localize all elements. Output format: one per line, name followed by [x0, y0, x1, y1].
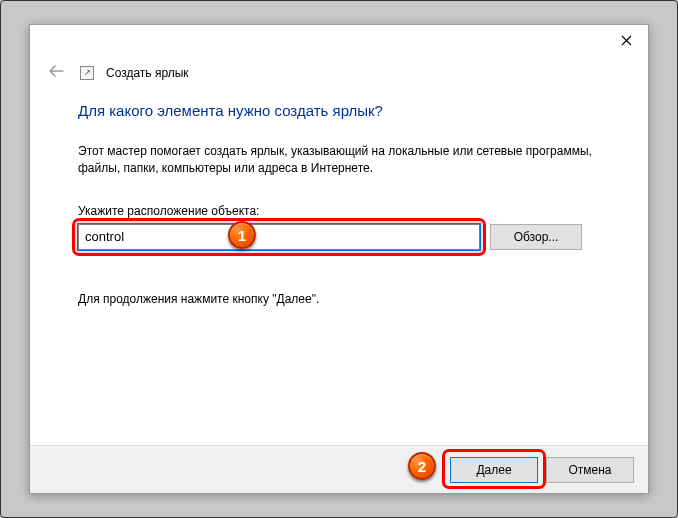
page-description: Этот мастер помогает создать ярлык, указ…: [78, 143, 606, 178]
window-title: Создать ярлык: [106, 66, 189, 80]
next-button[interactable]: Далее: [450, 457, 538, 483]
cancel-button[interactable]: Отмена: [546, 457, 634, 483]
page-heading: Для какого элемента нужно создать ярлык?: [78, 102, 606, 119]
annotation-marker-2: 2: [408, 452, 436, 480]
content-area: Для какого элемента нужно создать ярлык?…: [30, 84, 648, 306]
back-arrow-icon[interactable]: [44, 61, 68, 84]
location-row: 1 Обзор...: [78, 224, 606, 250]
location-label: Укажите расположение объекта:: [78, 204, 606, 218]
titlebar: [30, 25, 648, 55]
header-row: ↗ Создать ярлык: [30, 55, 648, 84]
close-button[interactable]: [604, 25, 648, 55]
browse-button[interactable]: Обзор...: [490, 224, 582, 250]
continue-hint: Для продолжения нажмите кнопку "Далее".: [78, 292, 606, 306]
create-shortcut-dialog: ↗ Создать ярлык Для какого элемента нужн…: [29, 24, 649, 494]
shortcut-wizard-icon: ↗: [80, 66, 94, 80]
dialog-footer: 2 Далее Отмена: [30, 445, 648, 493]
close-icon: [621, 35, 632, 46]
location-input[interactable]: [78, 224, 480, 250]
